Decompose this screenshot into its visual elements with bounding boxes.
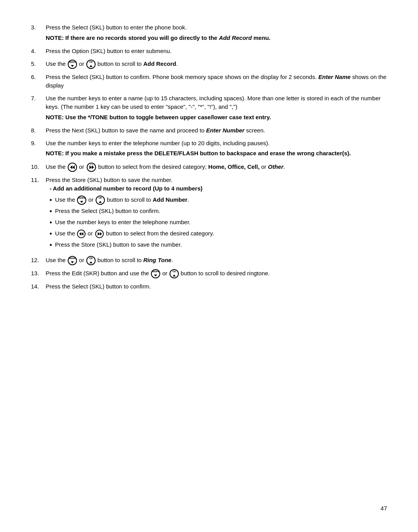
svg-marker-8 (79, 232, 82, 236)
icon-label: CID (89, 61, 93, 63)
step-content: Press the Option (SKL) button to enter s… (46, 47, 387, 56)
step-number: 3. (31, 23, 46, 32)
step-number: 9. (31, 139, 46, 148)
scroll-up-icon: CID (96, 196, 105, 205)
bullet-dot: • (50, 196, 52, 205)
scroll-down-icon: REDIAL (77, 196, 86, 205)
svg-marker-1 (70, 165, 72, 169)
step-number: 11. (31, 176, 46, 185)
bold-text: Add Number (152, 196, 187, 203)
sub-header-text: - Add an additional number to record (Up… (50, 184, 387, 193)
step-content: Press the Select (SKL) button to confirm… (46, 282, 387, 291)
forward-icon-small (95, 230, 104, 238)
scroll-up-icon: CID (170, 269, 179, 278)
bullet-content: Press the Store (SKL) button to save the… (55, 240, 182, 249)
italic-bold-text: Add Record (219, 34, 252, 41)
note-text: NOTE: Use the */TONE button to toggle be… (46, 113, 387, 122)
step-number: 5. (31, 60, 46, 69)
icon-label: REDIAL (69, 61, 76, 63)
step-content: Use the or ◄◄ button to select from the … (46, 163, 387, 172)
arrow-up (173, 275, 176, 276)
bullet-content: Press the Select (SKL) button to confirm… (55, 207, 160, 216)
step-content: Press the Next (SKL) button to save the … (46, 126, 387, 135)
scroll-down-icon: REDIAL (151, 269, 160, 278)
bullet-content: Use the REDIAL or CID button to scroll t… (55, 196, 189, 205)
bullet-content: Use the number keys to enter the telepho… (55, 218, 190, 227)
step-content: Press the Select (SKL) button to enter t… (46, 23, 387, 43)
step-number: 4. (31, 47, 46, 56)
forward-icon: ◄◄ (86, 163, 96, 172)
scroll-up-icon: CID (86, 256, 96, 265)
svg-marker-9 (81, 232, 84, 236)
arrow-up (89, 261, 93, 263)
scroll-up-icon: CID (86, 60, 96, 69)
page-content: 3. Press the Select (SKL) button to ente… (31, 23, 387, 291)
list-item: 14. Press the Select (SKL) button to con… (31, 282, 387, 291)
bullet-item: • Use the or (50, 229, 387, 239)
icon-label: REDIAL (78, 197, 86, 199)
step-content: Press the Store (SKL) button to save the… (46, 176, 387, 252)
italic-bold-text: Enter Name (319, 74, 351, 80)
step-content: Use the number keys to enter the telepho… (46, 139, 387, 159)
svg-marker-5 (92, 165, 94, 169)
step-content: Press the Edit (SKR) button and use the … (46, 269, 387, 278)
step-number: 12. (31, 256, 46, 265)
rewind-icon-small (77, 230, 86, 238)
bullet-dot: • (50, 240, 52, 250)
main-list: 3. Press the Select (SKL) button to ente… (31, 23, 387, 291)
step-number: 13. (31, 269, 46, 278)
svg-marker-2 (72, 165, 75, 169)
step-number: 6. (31, 73, 46, 82)
bullet-item: • Use the REDIAL or CID (50, 196, 387, 205)
step-number: 14. (31, 282, 46, 291)
arrow-up (89, 65, 93, 67)
arrow-down (71, 65, 74, 67)
list-item: 9. Use the number keys to enter the tele… (31, 139, 387, 159)
step-content: Press the Select (SKL) button to confirm… (46, 73, 387, 90)
list-item: 3. Press the Select (SKL) button to ente… (31, 23, 387, 43)
arrow-up (99, 201, 102, 203)
list-item: 8. Press the Next (SKL) button to save t… (31, 126, 387, 135)
step-number: 7. (31, 94, 46, 103)
note-text: NOTE: If you make a mistake press the DE… (46, 149, 387, 158)
bold-text: Home, Office, Cell, (208, 163, 260, 170)
step-number: 8. (31, 126, 46, 135)
list-item: 5. Use the REDIAL or CID button to scrol… (31, 60, 387, 69)
bullet-item: • Press the Select (SKL) button to confi… (50, 207, 387, 216)
icon-label: REDIAL (69, 257, 76, 259)
list-item: 4. Press the Option (SKL) button to ente… (31, 47, 387, 56)
svg-marker-4 (89, 165, 92, 169)
bold-text: Add Record (143, 60, 176, 67)
arrow-down (154, 275, 157, 276)
icon-label: CID (98, 197, 102, 199)
bullet-dot: • (50, 207, 52, 216)
step-content: Use the REDIAL or CID button to scroll t… (46, 60, 387, 69)
bullet-dot: • (50, 218, 52, 228)
list-item: 11. Press the Store (SKL) button to save… (31, 176, 387, 252)
list-item: 12. Use the REDIAL or CID button to scro… (31, 256, 387, 265)
arrow-down (71, 261, 74, 263)
list-item: 10. Use the or ◄◄ button to select from … (31, 163, 387, 172)
step-content: Use the REDIAL or CID button to scroll t… (46, 256, 387, 265)
scroll-down-icon: REDIAL (68, 60, 77, 69)
italic-bold-text: Other (268, 163, 283, 170)
page-number: 47 (380, 504, 387, 513)
step-content: Use the number keys to enter a name (up … (46, 94, 387, 123)
rewind-icon (68, 163, 77, 172)
scroll-down-icon: REDIAL (68, 256, 77, 265)
svg-marker-12 (100, 232, 102, 236)
svg-marker-11 (98, 232, 99, 236)
icon-label: REDIAL (152, 270, 159, 273)
italic-bold-text: Enter Number (206, 127, 244, 134)
note-text: NOTE: If there are no records stored you… (46, 34, 387, 43)
step-number: 10. (31, 163, 46, 172)
svg-text:◄◄: ◄◄ (90, 163, 93, 165)
bullet-content: Use the or (55, 229, 214, 238)
icon-label: CID (89, 257, 93, 259)
icon-label: CID (172, 270, 176, 273)
list-item: 13. Press the Edit (SKR) button and use … (31, 269, 387, 278)
list-item: 7. Use the number keys to enter a name (… (31, 94, 387, 123)
arrow-down (80, 201, 83, 203)
bullet-item: • Use the number keys to enter the telep… (50, 218, 387, 228)
bullet-item: • Press the Store (SKL) button to save t… (50, 240, 387, 250)
